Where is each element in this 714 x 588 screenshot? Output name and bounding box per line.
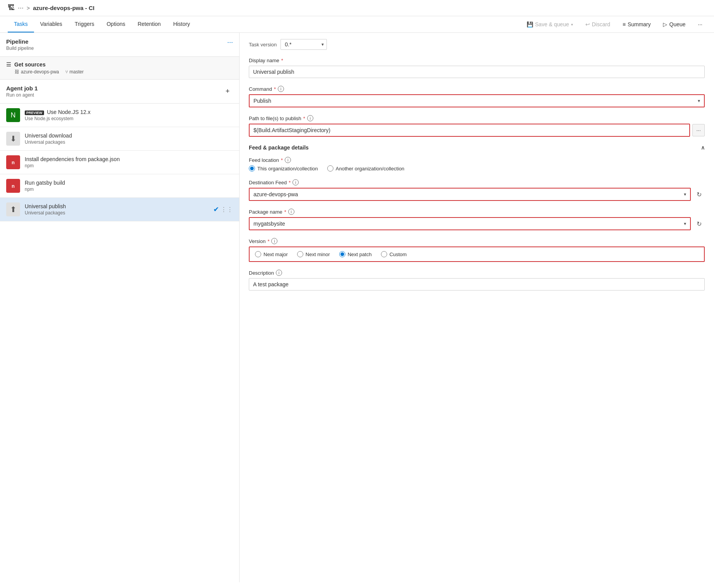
discard-button[interactable]: ↩ Discard	[581, 19, 614, 30]
description-input[interactable]	[249, 278, 705, 291]
feed-location-this-org[interactable]: This organization/collection	[249, 165, 318, 172]
main-layout: Pipeline Build pipeline ··· ☰ Get source…	[0, 33, 714, 582]
feed-location-group: Feed location * i This organization/coll…	[249, 157, 705, 172]
download-task-sub: Universal packages	[25, 139, 233, 145]
nodejs-task-sub: Use Node.js ecosystem	[25, 116, 233, 121]
tab-tasks[interactable]: Tasks	[8, 16, 34, 32]
branch-name: master	[70, 69, 84, 75]
tab-history[interactable]: History	[167, 16, 196, 32]
another-org-radio[interactable]	[327, 165, 333, 172]
display-name-input[interactable]	[249, 66, 705, 78]
task-item-universal-download[interactable]: ⬇ Universal download Universal packages	[0, 127, 239, 151]
task-item-universal-publish[interactable]: ⬆ Universal publish Universal packages ✔…	[0, 198, 239, 221]
repo-meta: ⛓ azure-devops-pwa	[15, 69, 59, 75]
this-org-radio[interactable]	[249, 165, 255, 172]
pkg-name-info-icon[interactable]: i	[288, 209, 294, 215]
description-info-icon[interactable]: i	[276, 270, 282, 276]
tab-bar-left: Tasks Variables Triggers Options Retenti…	[8, 16, 513, 32]
save-icon: 💾	[527, 21, 533, 27]
command-info-icon[interactable]: i	[278, 86, 284, 92]
task-version-label: Task version	[249, 42, 277, 48]
version-custom[interactable]: Custom	[381, 251, 407, 257]
version-next-patch[interactable]: Next patch	[339, 251, 372, 257]
version-radio-row: Next major Next minor Next patch Custom	[249, 246, 705, 262]
version-next-major[interactable]: Next major	[255, 251, 288, 257]
path-info-icon[interactable]: i	[307, 115, 313, 121]
version-info-icon[interactable]: i	[271, 238, 277, 244]
save-queue-label: Save & queue	[535, 21, 569, 27]
summary-icon: ≡	[622, 21, 626, 27]
destination-feed-refresh-button[interactable]: ↻	[693, 189, 705, 200]
tab-variables[interactable]: Variables	[34, 16, 68, 32]
repo-icon: ⛓	[15, 69, 19, 75]
task-item-nodejs[interactable]: N PREVIEW Use Node.JS 12.x Use Node.js e…	[0, 104, 239, 127]
path-group: Path to file(s) to publish * i ···	[249, 115, 705, 137]
task-check-icon: ✔	[213, 205, 219, 214]
agent-job-info: Agent job 1 Run on agent	[6, 85, 38, 98]
gatsby-build-icon: n	[6, 179, 20, 193]
pipeline-title: Pipeline	[6, 38, 34, 45]
queue-button[interactable]: ▷ Queue	[659, 19, 689, 30]
task-version-select[interactable]: 0.* 1.*	[280, 39, 327, 50]
discard-icon: ↩	[585, 21, 590, 27]
nodejs-task-name: PREVIEW Use Node.JS 12.x	[25, 109, 233, 115]
gatsby-task-name: Run gatsby build	[25, 180, 233, 186]
left-panel: Pipeline Build pipeline ··· ☰ Get source…	[0, 33, 240, 582]
dest-feed-required-marker: *	[289, 180, 291, 185]
version-next-minor[interactable]: Next minor	[297, 251, 330, 257]
chevron-down-icon: ▾	[571, 22, 573, 27]
publish-info: Universal publish Universal packages	[25, 203, 209, 216]
command-select-wrapper: Publish Download ▾	[249, 94, 705, 107]
path-browse-button[interactable]: ···	[692, 124, 705, 136]
task-item-install-deps[interactable]: n Install dependencies from package.json…	[0, 151, 239, 174]
tab-triggers[interactable]: Triggers	[68, 16, 100, 32]
path-input-wrap	[249, 124, 690, 137]
next-major-radio[interactable]	[255, 251, 261, 257]
summary-button[interactable]: ≡ Summary	[619, 19, 654, 30]
install-task-sub: npm	[25, 163, 233, 168]
get-sources-header: ☰ Get sources	[6, 61, 233, 68]
save-queue-button[interactable]: 💾 Save & queue ▾	[523, 19, 577, 30]
command-label: Command * i	[249, 86, 705, 92]
path-wrapper: ···	[249, 124, 705, 137]
install-task-name: Install dependencies from package.json	[25, 156, 233, 162]
publish-task-name: Universal publish	[25, 203, 209, 209]
task-actions: ✔ ⋮⋮	[213, 205, 233, 214]
version-label: Version * i	[249, 238, 705, 244]
version-required-marker: *	[267, 238, 269, 244]
agent-job-section: Agent job 1 Run on agent +	[0, 80, 239, 104]
preview-badge: PREVIEW	[25, 110, 44, 115]
breadcrumb-separator: >	[27, 5, 30, 11]
task-version-row: Task version 0.* 1.* ▾	[249, 39, 705, 50]
next-minor-radio[interactable]	[297, 251, 303, 257]
download-icon: ⬇	[6, 132, 20, 146]
command-select[interactable]: Publish Download	[250, 95, 704, 107]
summary-label: Summary	[627, 21, 651, 27]
task-item-gatsby-build[interactable]: n Run gatsby build npm	[0, 174, 239, 198]
next-patch-radio[interactable]	[339, 251, 345, 257]
dest-feed-info-icon[interactable]: i	[292, 179, 299, 185]
tab-retention[interactable]: Retention	[131, 16, 167, 32]
feed-location-info-icon[interactable]: i	[285, 157, 291, 163]
breadcrumb-dots[interactable]: ···	[18, 4, 24, 12]
npm-install-icon: n	[6, 155, 20, 169]
destination-feed-select[interactable]: azure-devops-pwa	[250, 189, 690, 200]
command-group: Command * i Publish Download ▾	[249, 86, 705, 107]
custom-radio[interactable]	[381, 251, 387, 257]
feed-location-another-org[interactable]: Another organization/collection	[327, 165, 405, 172]
nodejs-icon: N	[6, 108, 20, 122]
top-bar: 🏗 ··· > azure-devops-pwa - CI	[0, 0, 714, 16]
agent-job-title: Agent job 1	[6, 85, 38, 92]
collapse-icon[interactable]: ∧	[701, 144, 705, 151]
feed-section-header: Feed & package details ∧	[249, 144, 705, 151]
pipeline-more-button[interactable]: ···	[227, 38, 233, 46]
display-name-label: Display name *	[249, 58, 705, 63]
path-input[interactable]	[249, 124, 690, 137]
package-name-refresh-button[interactable]: ↻	[693, 218, 705, 229]
tab-options[interactable]: Options	[100, 16, 131, 32]
package-name-select[interactable]: mygatsbysite	[250, 218, 690, 229]
add-task-button[interactable]: +	[222, 86, 233, 97]
get-sources-meta: ⛓ azure-devops-pwa ⑂ master	[15, 69, 233, 75]
tab-bar: Tasks Variables Triggers Options Retenti…	[0, 16, 714, 33]
more-button[interactable]: ···	[694, 19, 706, 30]
